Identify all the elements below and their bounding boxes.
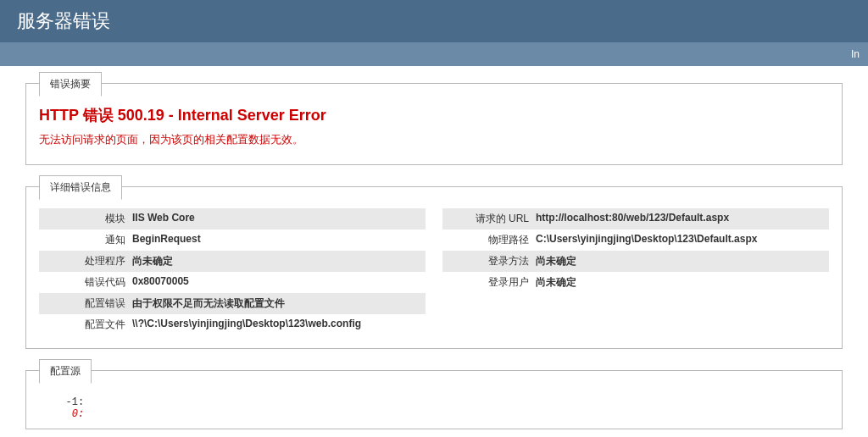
detail-row-loginuser: 登录用户 尚未确定 xyxy=(442,272,829,293)
config-line-1: -1: xyxy=(47,396,821,408)
error-description: 无法访问请求的页面，因为该页的相关配置数据无效。 xyxy=(39,132,829,147)
detail-label: 登录用户 xyxy=(442,275,536,290)
detail-value: http://localhost:80/web/123/Default.aspx xyxy=(536,212,829,226)
detail-row-configfile: 配置文件 \\?\C:\Users\yinjingjing\Desktop\12… xyxy=(39,314,426,335)
detail-row-physicalpath: 物理路径 C:\Users\yinjingjing\Desktop\123\De… xyxy=(442,230,829,251)
content-area: 错误摘要 HTTP 错误 500.19 - Internal Server Er… xyxy=(0,66,868,437)
error-details-section: 详细错误信息 模块 IIS Web Core 通知 BeginRequest 处… xyxy=(25,186,843,349)
detail-row-module: 模块 IIS Web Core xyxy=(39,208,426,230)
sub-header-bar: In xyxy=(0,42,868,66)
detail-row-url: 请求的 URL http://localhost:80/web/123/Defa… xyxy=(442,208,829,230)
detail-label: 请求的 URL xyxy=(442,212,536,226)
detail-label: 物理路径 xyxy=(442,233,536,247)
detail-label: 配置错误 xyxy=(39,296,132,311)
detail-value: 0x80070005 xyxy=(132,275,426,290)
error-summary-tab: 错误摘要 xyxy=(39,72,102,97)
config-source-content: -1: 0: xyxy=(39,392,829,424)
detail-value: 尚未确定 xyxy=(536,254,829,268)
detail-row-handler: 处理程序 尚未确定 xyxy=(39,251,426,272)
detail-row-loginmethod: 登录方法 尚未确定 xyxy=(442,251,829,272)
error-summary-section: 错误摘要 HTTP 错误 500.19 - Internal Server Er… xyxy=(25,83,843,165)
page-title: 服务器错误 xyxy=(17,10,110,31)
config-source-section: 配置源 -1: 0: xyxy=(25,370,843,429)
error-details-tab: 详细错误信息 xyxy=(39,175,122,200)
detail-label: 配置文件 xyxy=(39,318,132,332)
details-left-column: 模块 IIS Web Core 通知 BeginRequest 处理程序 尚未确… xyxy=(39,208,426,335)
detail-value: \\?\C:\Users\yinjingjing\Desktop\123\web… xyxy=(132,318,426,332)
details-container: 模块 IIS Web Core 通知 BeginRequest 处理程序 尚未确… xyxy=(39,208,829,335)
detail-value: 由于权限不足而无法读取配置文件 xyxy=(132,296,426,311)
details-right-column: 请求的 URL http://localhost:80/web/123/Defa… xyxy=(442,208,829,335)
detail-value: 尚未确定 xyxy=(536,275,829,290)
detail-value: 尚未确定 xyxy=(132,254,426,268)
page-header: 服务器错误 xyxy=(0,0,868,42)
detail-label: 处理程序 xyxy=(39,254,132,268)
detail-row-errorcode: 错误代码 0x80070005 xyxy=(39,272,426,293)
config-line-2: 0: xyxy=(47,408,821,420)
sub-header-text: In xyxy=(851,48,860,60)
detail-row-notification: 通知 BeginRequest xyxy=(39,230,426,251)
detail-value: IIS Web Core xyxy=(132,212,426,226)
detail-label: 通知 xyxy=(39,233,132,247)
detail-row-configerror: 配置错误 由于权限不足而无法读取配置文件 xyxy=(39,293,426,314)
error-title: HTTP 错误 500.19 - Internal Server Error xyxy=(39,105,829,125)
detail-label: 模块 xyxy=(39,212,132,226)
detail-value: BeginRequest xyxy=(132,233,426,247)
detail-label: 错误代码 xyxy=(39,275,132,290)
detail-label: 登录方法 xyxy=(442,254,536,268)
detail-value: C:\Users\yinjingjing\Desktop\123\Default… xyxy=(536,233,829,247)
config-source-tab: 配置源 xyxy=(39,359,92,384)
